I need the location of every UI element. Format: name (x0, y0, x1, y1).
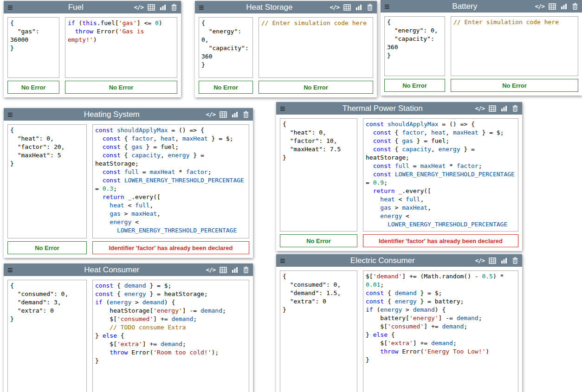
panel-heating-system: ≡ Heating System </> { "heat": 0, "facto… (4, 108, 253, 258)
header-icon-group: </> (475, 257, 518, 264)
code-status-badge[interactable]: Identifier 'factor' has already been dec… (363, 234, 518, 247)
panel-title: Battery (394, 2, 535, 11)
code-editor[interactable]: const { demand } = $; const { energy } =… (92, 280, 249, 392)
menu-icon[interactable]: ≡ (7, 265, 18, 275)
code-view-icon[interactable]: </> (475, 105, 485, 112)
code-editor[interactable]: const shouldApplyMax = () => { const { f… (363, 118, 518, 231)
state-editor[interactable]: { "gas": 36000 } (7, 17, 59, 78)
trash-icon[interactable] (367, 4, 373, 11)
panel-header[interactable]: ≡ Electric Consumer </> (276, 254, 522, 267)
state-status-badge[interactable]: No Error (199, 81, 253, 94)
status-row: No Error No Error (4, 81, 181, 97)
code-status-badge[interactable]: No Error (65, 81, 177, 94)
panel-title: Thermal Power Station (290, 104, 475, 113)
chart-view-icon[interactable] (231, 111, 239, 118)
header-icon-group: </> (206, 266, 249, 273)
code-view-icon[interactable]: </> (475, 257, 485, 264)
header-icon-group: </> (535, 3, 578, 10)
panel-header[interactable]: ≡ Heat Storage </> (195, 1, 377, 13)
panel-heat-consumer: ≡ Heat Consumer </> { "consumed": 0, "de… (4, 263, 253, 392)
panel-title: Heating System (18, 110, 206, 119)
panel-battery: ≡ Battery </> { "energy": 0, "capacity":… (381, 0, 582, 96)
state-status-badge[interactable]: No Error (384, 79, 445, 92)
code-view-icon[interactable]: </> (206, 266, 215, 273)
menu-icon[interactable]: ≡ (7, 3, 18, 12)
state-editor[interactable]: { "consumed": 0, "demand": 3, "extra": 0… (7, 280, 87, 392)
state-editor[interactable]: { "heat": 0, "factor": 10, "maxHeat": 7.… (280, 118, 357, 231)
code-editor[interactable]: // Enter simulation code here (259, 17, 373, 78)
code-status-badge[interactable]: No Error (451, 79, 578, 92)
panel-body: { "energy": 0, "capacity": 360 } // Ente… (195, 13, 377, 81)
trash-icon[interactable] (243, 111, 249, 118)
status-row: No Error No Error (195, 81, 377, 97)
table-view-icon[interactable] (220, 111, 227, 118)
trash-icon[interactable] (512, 257, 518, 264)
header-icon-group: </> (330, 4, 373, 11)
code-editor[interactable]: // Enter simulation code here (451, 16, 578, 76)
state-status-badge[interactable]: No Error (7, 241, 87, 254)
panel-header[interactable]: ≡ Heating System </> (4, 108, 253, 121)
status-row: No Error No Error (381, 79, 582, 96)
panel-title: Electric Consumer (290, 256, 475, 265)
panel-body: { "energy": 0, "capacity": 360 } // Ente… (381, 13, 582, 79)
table-view-icon[interactable] (148, 4, 155, 11)
code-view-icon[interactable]: </> (206, 111, 215, 118)
trash-icon[interactable] (243, 266, 249, 273)
panel-body: { "consumed": 0, "demand": 3, "extra": 0… (4, 276, 253, 392)
menu-icon[interactable]: ≡ (199, 3, 209, 12)
state-editor[interactable]: { "consumed": 0, "demand": 1.5, "extra":… (280, 270, 357, 392)
panel-body: { "heat": 0, "factor": 20, "maxHeat": 5 … (4, 121, 253, 241)
code-status-badge[interactable]: No Error (259, 81, 373, 94)
menu-icon[interactable]: ≡ (280, 256, 290, 265)
code-editor[interactable]: const shouldApplyMax = () => { const { f… (92, 124, 249, 238)
panel-thermal-power-station: ≡ Thermal Power Station </> { "heat": 0,… (276, 102, 522, 251)
panel-fuel: ≡ Fuel </> { "gas": 36000 } if (this.fue… (4, 1, 181, 97)
state-editor[interactable]: { "energy": 0, "capacity": 360 } (384, 16, 445, 76)
status-row: No Error Identifier 'factor' has already… (276, 234, 522, 251)
panel-body: { "consumed": 0, "demand": 1.5, "extra":… (276, 267, 522, 392)
chart-view-icon[interactable] (231, 267, 239, 273)
state-editor[interactable]: { "heat": 0, "factor": 20, "maxHeat": 5 … (7, 124, 87, 238)
menu-icon[interactable]: ≡ (7, 110, 18, 119)
table-view-icon[interactable] (220, 267, 227, 273)
header-icon-group: </> (134, 4, 177, 11)
panel-header[interactable]: ≡ Battery </> (381, 0, 582, 13)
trash-icon[interactable] (572, 3, 578, 10)
chart-view-icon[interactable] (560, 3, 568, 10)
panel-title: Heat Consumer (18, 265, 206, 275)
panel-body: { "heat": 0, "factor": 10, "maxHeat": 7.… (276, 115, 522, 234)
code-editor[interactable]: $['demand'] += (Math.random() - 0.5) * 0… (363, 270, 518, 392)
header-icon-group: </> (206, 111, 249, 118)
chart-view-icon[interactable] (159, 4, 167, 11)
chart-view-icon[interactable] (355, 4, 362, 11)
header-icon-group: </> (475, 105, 518, 112)
state-status-badge[interactable]: No Error (7, 81, 59, 94)
panel-body: { "gas": 36000 } if (this.fuel['gas'] <=… (4, 13, 181, 81)
code-view-icon[interactable]: </> (134, 4, 143, 11)
menu-icon[interactable]: ≡ (384, 2, 394, 11)
panel-title: Heat Storage (209, 3, 330, 12)
status-row: No Error Identifier 'factor' has already… (4, 241, 253, 258)
panel-header[interactable]: ≡ Thermal Power Station </> (276, 102, 522, 115)
code-status-badge[interactable]: Identifier 'factor' has already been dec… (92, 241, 249, 254)
trash-icon[interactable] (512, 105, 518, 112)
panel-title: Fuel (18, 3, 134, 12)
code-editor[interactable]: if (this.fuel['gas'] <= 0) throw Error('… (65, 17, 177, 78)
code-view-icon[interactable]: </> (330, 4, 339, 11)
panel-heat-storage: ≡ Heat Storage </> { "energy": 0, "capac… (195, 1, 377, 97)
trash-icon[interactable] (171, 4, 177, 11)
panel-electric-consumer: ≡ Electric Consumer </> { "consumed": 0,… (276, 254, 522, 392)
panel-header[interactable]: ≡ Fuel </> (4, 1, 181, 13)
table-view-icon[interactable] (549, 3, 556, 10)
state-editor[interactable]: { "energy": 0, "capacity": 360 } (199, 17, 253, 78)
chart-view-icon[interactable] (500, 257, 508, 264)
chart-view-icon[interactable] (500, 105, 508, 112)
table-view-icon[interactable] (489, 105, 496, 112)
table-view-icon[interactable] (343, 4, 351, 11)
state-status-badge[interactable]: No Error (280, 234, 357, 247)
code-view-icon[interactable]: </> (535, 3, 544, 10)
table-view-icon[interactable] (489, 257, 496, 264)
panel-header[interactable]: ≡ Heat Consumer </> (4, 263, 253, 276)
menu-icon[interactable]: ≡ (280, 104, 290, 113)
